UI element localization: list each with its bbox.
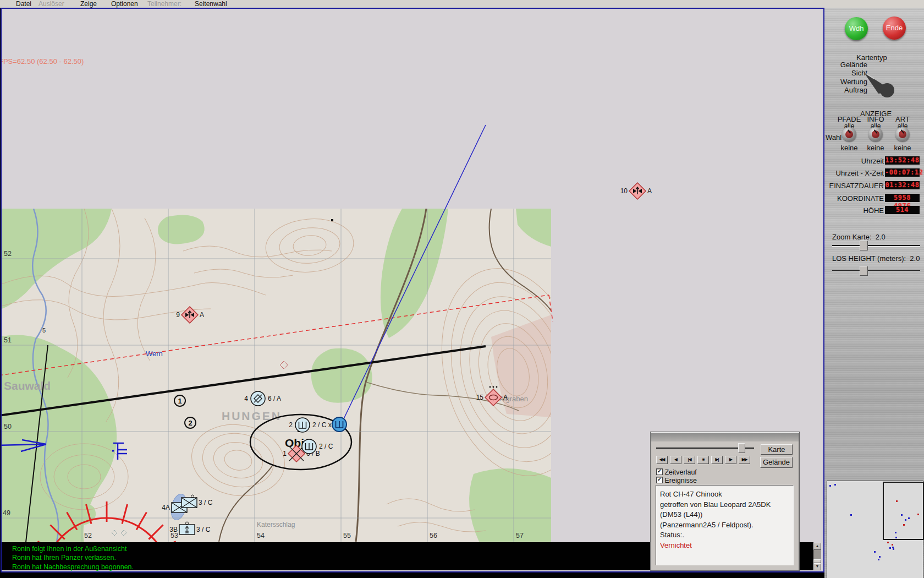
minimap-unit-dot — [895, 532, 897, 533]
kartentyp-options: Gelände Sicht Wertung Auftrag — [824, 61, 867, 95]
svg-text:10: 10 — [620, 187, 628, 195]
wahl-label: Wahl — [826, 133, 842, 141]
kartentyp-option-wertung[interactable]: Wertung — [824, 78, 867, 86]
svg-text:A: A — [200, 311, 204, 319]
overview-minimap[interactable] — [827, 481, 923, 578]
play-reverse-button[interactable]: ◀ — [670, 456, 681, 464]
checkbox-label: Ereignisse — [664, 477, 696, 484]
map-window: 52 53 54 55 56 57 52 51 50 49 Sauwald HU… — [1, 8, 824, 572]
menu-seitenwahl[interactable]: Seitenwahl — [195, 0, 227, 8]
minimap-viewport-rect[interactable] — [883, 482, 924, 540]
minimap-unit-dot — [889, 547, 891, 549]
minimap-unit-dot — [908, 517, 910, 519]
label-wern: Wern — [146, 350, 163, 358]
minimap-unit-dot — [905, 519, 906, 521]
scrollbar-thumb[interactable] — [813, 559, 821, 563]
minimap-unit-dot — [829, 485, 831, 487]
readout-uhrzeit: Uhrzeit13:52:48 — [824, 156, 921, 165]
minimap-unit-dot — [896, 500, 898, 502]
svg-text:1: 1 — [178, 397, 182, 405]
label-spot-height: 5 — [42, 327, 46, 334]
menu-zeige[interactable]: Zeige — [80, 0, 97, 8]
karte-button[interactable]: Karte — [761, 444, 793, 455]
event-log[interactable]: Rot CH-47 Chinook getroffen von Blau Leo… — [656, 485, 794, 565]
minimap-unit-dot — [879, 556, 881, 558]
playback-panel-titlebar[interactable] — [651, 433, 799, 441]
control-sidebar: Wdh Ende Kartentyp Gelände Sicht Wertung… — [824, 8, 924, 578]
svg-text:50: 50 — [4, 423, 12, 430]
readout-koordinate: KOORDINATE5958 4976 — [824, 194, 921, 203]
info-knob[interactable] — [868, 127, 883, 141]
minimap-unit-dot — [901, 514, 903, 516]
svg-text:1: 1 — [283, 450, 287, 457]
event-line: Vernichtet — [660, 541, 793, 551]
art-keine: keine — [886, 144, 919, 151]
event-line: Status:. — [660, 530, 793, 541]
stop-button[interactable]: ■ — [697, 456, 709, 464]
timeline-handle[interactable] — [738, 443, 745, 453]
led-display: 01:32:48 — [885, 181, 920, 189]
wdh-button[interactable]: Wdh — [845, 17, 868, 40]
map-unit-heli_red[interactable]: 10A — [620, 183, 652, 199]
minimap-unit-dot — [878, 559, 879, 560]
pfade-knob[interactable] — [842, 127, 856, 141]
checkbox-icon[interactable]: ✓ — [656, 477, 663, 483]
svg-text:51: 51 — [4, 336, 12, 344]
minimap-unit-dot — [874, 551, 876, 553]
art-knob[interactable] — [895, 127, 910, 141]
label-katerschlag: Katersschlag — [257, 521, 295, 528]
console-scrollbar[interactable]: ▲ ▼ — [813, 543, 821, 570]
map-unit-selected_circle[interactable] — [332, 417, 346, 432]
menu-ausloeser: Auslöser — [38, 0, 64, 8]
svg-text:15: 15 — [476, 394, 484, 401]
los-height-slider-handle[interactable] — [860, 266, 868, 276]
play-button[interactable]: ▶ — [725, 456, 736, 464]
kartentyp-option-gelaende[interactable]: Gelände — [824, 61, 867, 69]
map-point-mark — [331, 219, 333, 221]
ende-button[interactable]: Ende — [883, 17, 906, 40]
checkbox-zeitverlauf[interactable]: ✓ Zeitverlauf — [656, 468, 697, 476]
svg-text:56: 56 — [430, 532, 437, 539]
zoom-karte-slider-handle[interactable] — [860, 241, 868, 250]
los-height-slider-track[interactable] — [832, 270, 920, 272]
svg-text:2 / C: 2 / C — [319, 443, 333, 450]
fps-counter: FPS=62.50 (62.50 - 62.50) — [1, 57, 84, 66]
gelaende-button[interactable]: Gelände — [760, 457, 793, 468]
svg-text:52: 52 — [4, 250, 12, 258]
svg-text:6 / A: 6 / A — [268, 395, 281, 402]
svg-text:4: 4 — [244, 395, 248, 402]
event-line: (DM53 (L44)) — [660, 510, 793, 520]
svg-text:3B: 3B — [169, 526, 178, 533]
zoom-karte-label: Zoom Karte: 2.0 — [832, 233, 886, 241]
kartentyp-option-sicht[interactable]: Sicht — [824, 69, 867, 77]
zoom-karte-slider-track[interactable] — [832, 245, 920, 247]
svg-text:3 / C: 3 / C — [196, 526, 211, 533]
kartentyp-option-auftrag[interactable]: Auftrag — [824, 86, 867, 94]
scroll-up-icon[interactable]: ▲ — [813, 543, 821, 550]
checkbox-icon[interactable]: ✓ — [656, 468, 663, 475]
svg-text:55: 55 — [343, 532, 351, 539]
minimap-unit-dot — [892, 544, 893, 546]
checkbox-ereignisse[interactable]: ✓ Ereignisse — [656, 477, 697, 484]
zoom-karte-value: 2.0 — [876, 233, 886, 241]
kartentyp-selector-knob[interactable] — [863, 69, 901, 98]
step-back-button[interactable]: |◀ — [684, 456, 695, 464]
minimap-unit-dot — [850, 514, 852, 516]
rewind-button[interactable]: ◀◀ — [656, 456, 668, 464]
readout-hoehe: HÖHE514 — [824, 206, 921, 215]
readout-einsatzdauer: EINSATZDAUER01:32:48 — [824, 181, 921, 190]
label-hungen: HUNGEN — [222, 410, 282, 422]
scroll-down-icon[interactable]: ▼ — [813, 563, 821, 570]
menu-datei[interactable]: Datei — [16, 0, 31, 8]
event-line: getroffen von Blau Leopard 2A5DK — [660, 500, 793, 510]
svg-text:A: A — [647, 187, 652, 195]
svg-text:49: 49 — [3, 509, 10, 517]
step-forward-button[interactable]: ▶| — [711, 456, 723, 464]
svg-text:57: 57 — [516, 532, 524, 539]
los-height-value: 2.0 — [910, 254, 920, 263]
svg-text:54: 54 — [257, 532, 265, 539]
fast-forward-button[interactable]: ▶▶ — [739, 456, 750, 464]
event-line: Rot CH-47 Chinook — [660, 489, 793, 500]
led-display: -00:07:12 — [885, 168, 920, 177]
menu-optionen[interactable]: Optionen — [111, 0, 138, 8]
